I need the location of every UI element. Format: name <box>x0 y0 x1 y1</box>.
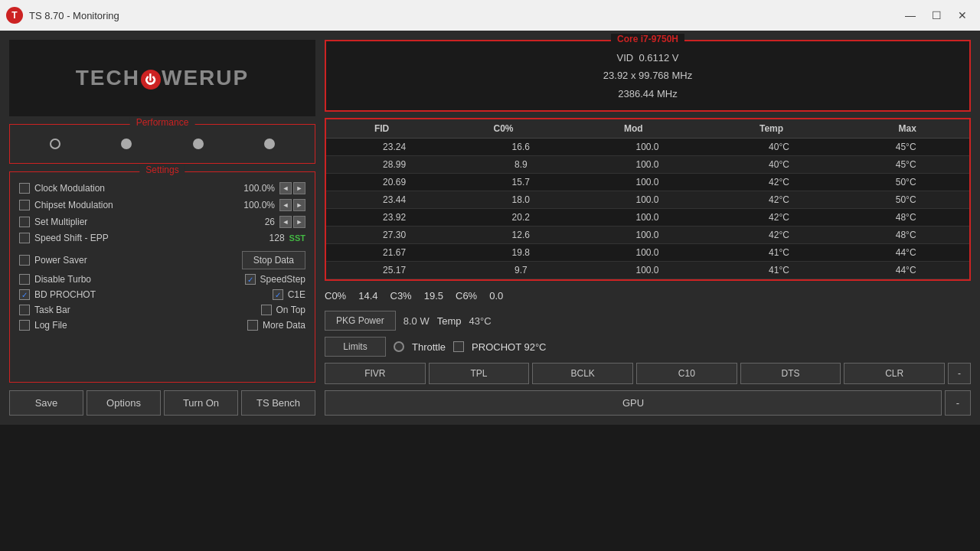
clock-modulation-label: Clock Modulation <box>34 183 236 194</box>
core-title: Core i7-9750H <box>611 34 684 44</box>
dts-button[interactable]: DTS <box>740 363 841 384</box>
bclk-button[interactable]: BCLK <box>532 363 633 384</box>
table-cell: 21.67 <box>326 244 462 262</box>
set-multiplier-checkbox[interactable] <box>19 217 30 227</box>
bottom-right-buttons: GPU - <box>325 390 971 416</box>
table-cell: 27.30 <box>326 227 462 244</box>
power-saver-checkbox[interactable] <box>19 255 30 266</box>
c6-value: 0.0 <box>489 290 503 302</box>
fivr-button[interactable]: FIVR <box>325 363 426 384</box>
main-window: TECH⏻WERUP Performance Settings Clock Mo… <box>0 31 980 425</box>
gpu-button[interactable]: GPU <box>325 390 942 416</box>
performance-section: Performance <box>9 124 315 164</box>
table-cell: 42°C <box>716 174 843 191</box>
clock-mod-inc[interactable]: ► <box>293 182 305 194</box>
log-file-checkbox[interactable] <box>19 320 30 331</box>
table-cell: 41°C <box>716 244 843 262</box>
chipset-modulation-row: Chipset Modulation 100.0% ◄ ► <box>19 197 305 214</box>
clock-modulation-row: Clock Modulation 100.0% ◄ ► <box>19 180 305 197</box>
task-bar-row: Task Bar On Top <box>19 302 305 318</box>
chipset-modulation-checkbox[interactable] <box>19 200 30 210</box>
on-top-checkbox[interactable] <box>261 305 272 315</box>
table-cell: 100.0 <box>579 244 715 262</box>
window-title: TS 8.70 - Monitoring <box>29 10 119 21</box>
temp-value: 43°C <box>469 315 491 327</box>
col-max: Max <box>845 119 969 139</box>
table-cell: 16.6 <box>462 139 579 156</box>
table-cell: 48°C <box>842 209 969 227</box>
table-row: 25.179.7100.041°C44°C <box>326 262 969 279</box>
table-cell: 28.99 <box>326 156 462 174</box>
disable-turbo-checkbox[interactable] <box>19 274 30 285</box>
tpl-button[interactable]: TPL <box>429 363 530 384</box>
perf-dot-4[interactable] <box>264 139 275 149</box>
c3-label: C3% <box>390 290 412 302</box>
bd-prochot-checkbox[interactable] <box>19 289 30 300</box>
c10-button[interactable]: C10 <box>636 363 737 384</box>
table-cell: 15.7 <box>462 174 579 191</box>
task-bar-checkbox[interactable] <box>19 305 30 315</box>
close-button[interactable]: ✕ <box>951 5 974 25</box>
perf-dot-2[interactable] <box>121 139 132 149</box>
prochot-checkbox[interactable] <box>453 341 464 352</box>
clock-modulation-checkbox[interactable] <box>19 183 30 194</box>
table-scroll[interactable]: 23.2416.6100.040°C45°C28.998.9100.040°C4… <box>326 139 969 279</box>
logo-text-tech: TECH <box>76 66 140 90</box>
multiplier-dec[interactable]: ◄ <box>279 216 292 228</box>
logo-area: TECH⏻WERUP <box>9 40 315 116</box>
col-mod: Mod <box>570 119 697 139</box>
options-button[interactable]: Options <box>87 390 161 416</box>
logo: TECH⏻WERUP <box>76 66 249 90</box>
maximize-button[interactable]: ☐ <box>925 5 948 25</box>
chipset-mod-inc[interactable]: ► <box>293 199 305 211</box>
bd-prochot-label: BD PROCHOT <box>34 289 268 300</box>
table-cell: 100.0 <box>579 191 715 209</box>
chipset-modulation-label: Chipset Modulation <box>34 200 236 210</box>
clock-mod-dec[interactable]: ◄ <box>279 182 292 194</box>
perf-dot-1[interactable] <box>50 139 60 149</box>
limits-button[interactable]: Limits <box>325 337 386 357</box>
throttle-radio[interactable] <box>394 341 404 352</box>
c0-value: 14.4 <box>358 290 377 302</box>
pkg-power-button[interactable]: PKG Power <box>325 311 396 331</box>
set-multiplier-label: Set Multiplier <box>34 217 236 227</box>
speed-shift-checkbox[interactable] <box>19 233 30 243</box>
ts-bench-button[interactable]: TS Bench <box>241 390 315 416</box>
table-cell: 100.0 <box>579 174 715 191</box>
c1e-checkbox[interactable] <box>273 289 283 300</box>
speed-shift-label: Speed Shift - EPP <box>34 233 246 243</box>
chipset-modulation-spinner: ◄ ► <box>279 199 305 211</box>
table-cell: 41°C <box>716 262 843 279</box>
table-row: 20.6915.7100.042°C50°C <box>326 174 969 191</box>
bd-prochot-row: BD PROCHOT C1E <box>19 287 305 302</box>
chipset-mod-dec[interactable]: ◄ <box>279 199 292 211</box>
more-data-checkbox[interactable] <box>247 320 258 331</box>
table-cell: 40°C <box>716 156 843 174</box>
clr-button[interactable]: CLR <box>844 363 945 384</box>
dash-button-1[interactable]: - <box>948 363 971 384</box>
table-row: 23.9220.2100.042°C48°C <box>326 209 969 227</box>
power-saver-row: Power Saver Stop Data <box>19 249 305 272</box>
core-total-freq: 2386.44 MHz <box>338 85 957 103</box>
turn-on-button[interactable]: Turn On <box>164 390 238 416</box>
log-file-row: Log File More Data <box>19 318 305 333</box>
table-cell: 42°C <box>716 191 843 209</box>
set-multiplier-spinner: ◄ ► <box>279 216 305 228</box>
save-button[interactable]: Save <box>9 390 83 416</box>
multiplier-inc[interactable]: ► <box>293 216 305 228</box>
table-cell: 44°C <box>842 244 969 262</box>
core-freq-line: 23.92 x 99.768 MHz <box>338 67 957 84</box>
table-cell: 100.0 <box>579 209 715 227</box>
c1e-label: C1E <box>288 289 305 300</box>
col-c0: C0% <box>437 119 570 139</box>
minimize-button[interactable]: — <box>899 5 922 25</box>
speedstep-checkbox[interactable] <box>245 274 256 285</box>
table-cell: 45°C <box>842 139 969 156</box>
speedstep-label: SpeedStep <box>260 274 305 285</box>
dash-button-2[interactable]: - <box>945 390 971 416</box>
bottom-buttons: Save Options Turn On TS Bench <box>9 390 315 416</box>
perf-dot-3[interactable] <box>193 139 204 149</box>
stop-data-button[interactable]: Stop Data <box>242 251 305 269</box>
speed-shift-value: 128 <box>250 233 285 243</box>
data-table-body: 23.2416.6100.040°C45°C28.998.9100.040°C4… <box>326 139 969 279</box>
